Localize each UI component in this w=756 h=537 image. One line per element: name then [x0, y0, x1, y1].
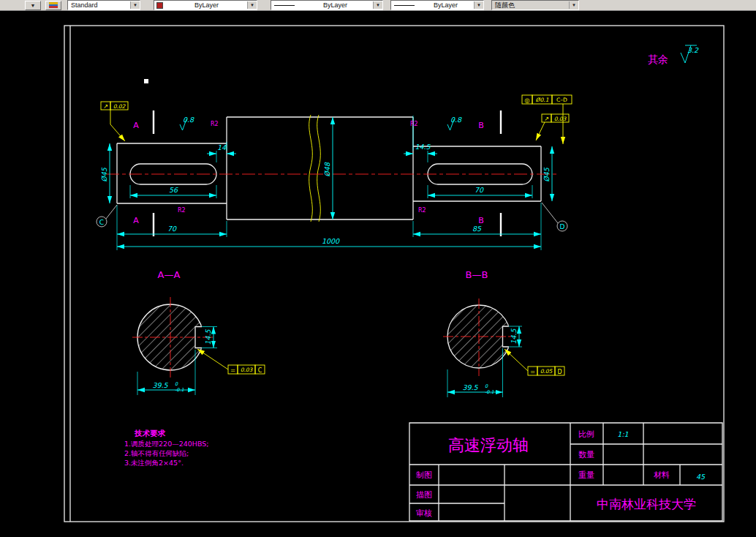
section-a-title: A—A: [158, 269, 181, 280]
weight-label: 重量: [578, 470, 594, 480]
chevron-down-icon[interactable]: ▼: [373, 1, 382, 9]
tech-req-item: 1.调质处理220—240HBS;: [124, 440, 209, 448]
gdt-tolerance: 0.02: [113, 103, 126, 110]
dim-dia-left: Ø45: [100, 167, 108, 182]
fillet-label: R2: [418, 207, 426, 214]
dim-1000: 1000: [322, 237, 340, 245]
properties-toolbar: ▼ Standard ▼ ByLayer ▼ ByLayer ▼ ByLayer…: [0, 0, 756, 11]
gdt-symbol: =: [230, 367, 235, 374]
linetype-preview: [274, 5, 295, 6]
dim-56: 56: [169, 186, 178, 194]
lineweight-value: ByLayer: [415, 1, 474, 9]
lineweight-preview: [394, 5, 415, 6]
gdt-tolerance: Ø0.1: [536, 97, 549, 103]
color-value: ByLayer: [163, 1, 247, 9]
layers-icon-button[interactable]: [45, 1, 61, 10]
draft-label: 制图: [416, 470, 432, 480]
grip-point[interactable]: [144, 79, 148, 83]
dim-70-right: 70: [475, 186, 484, 194]
dim-70-left: 70: [167, 225, 177, 233]
chevron-down-icon[interactable]: ▼: [569, 1, 578, 9]
section-label-a-bottom: A: [133, 216, 139, 225]
fillet-label: R2: [211, 121, 219, 127]
layers-icon: [49, 2, 58, 8]
dim-dia-mid: Ø48: [323, 162, 331, 177]
dim-dia-right: Ø45: [543, 167, 551, 182]
check-label: 审核: [416, 508, 432, 518]
gdt-tolerance: 0.05: [540, 368, 553, 375]
toolbar-mini-dropdown-button[interactable]: ▼: [25, 1, 41, 10]
gdt-datum-ref: C–D: [556, 97, 567, 103]
dim-width-b: 39.5: [462, 383, 478, 391]
dim-14: 14: [217, 143, 227, 151]
tech-req-item: 3.未注倒角2×45°.: [124, 459, 184, 467]
material-label: 材料: [654, 470, 670, 480]
section-label-a-top: A: [133, 121, 139, 130]
tech-req-item: 2.轴不得有任何缺陷;: [124, 449, 189, 457]
gdt-symbol: ↗: [544, 116, 549, 122]
chevron-down-icon[interactable]: ▼: [130, 1, 140, 9]
surface-note-value: 3.2: [687, 46, 699, 54]
gdt-symbol: ↗: [103, 103, 108, 110]
chevron-down-icon[interactable]: ▼: [474, 1, 483, 9]
fillet-label: R2: [410, 121, 418, 127]
roughness-value: 0.8: [183, 116, 194, 124]
part-name: 高速浮动轴: [448, 436, 529, 454]
scale-value: 1:1: [617, 430, 628, 438]
plot-style-value: 随颜色: [492, 1, 569, 10]
linetype-combo[interactable]: ByLayer ▼: [271, 0, 383, 10]
gdt-tolerance: 0.03: [554, 116, 567, 122]
datum-letter-d: D: [560, 223, 565, 230]
color-swatch: [156, 2, 163, 9]
chevron-down-icon[interactable]: ▼: [247, 1, 257, 9]
scale-label: 比例: [578, 429, 594, 439]
tech-req-title: 技术要求: [134, 429, 166, 438]
trace-label: 描图: [416, 490, 432, 500]
dim-width-a: 39.5: [152, 381, 168, 389]
surface-note-label: 其余: [648, 53, 668, 65]
roughness-value: 0.8: [450, 116, 462, 124]
dim-14-5: 14.5: [415, 143, 431, 151]
datum-letter-c: C: [99, 219, 104, 226]
gdt-symbol: =: [530, 368, 535, 375]
dim-depth-b: 14.5: [510, 328, 518, 344]
section-label-b-bottom: B: [478, 216, 484, 225]
gdt-tolerance: 0.03: [241, 367, 254, 373]
dim-tol-lo: -0.1: [175, 387, 184, 393]
gdt-datum-ref: D: [557, 369, 562, 375]
fillet-label: R2: [178, 207, 186, 214]
qty-label: 数量: [578, 450, 594, 459]
gdt-datum-ref: C: [258, 367, 262, 374]
plot-style-combo[interactable]: 随颜色 ▼: [491, 0, 579, 10]
color-combo[interactable]: ByLayer ▼: [154, 0, 257, 10]
canvas-background: [0, 0, 756, 537]
drawing-canvas[interactable]: 其余 3.2: [0, 0, 756, 537]
dim-85: 85: [472, 225, 482, 233]
organization-name: 中南林业科技大学: [597, 497, 696, 511]
text-style-value: Standard: [68, 1, 130, 9]
dim-depth-a: 14.5: [204, 328, 212, 345]
text-style-combo[interactable]: Standard ▼: [67, 0, 140, 10]
lineweight-combo[interactable]: ByLayer ▼: [390, 0, 484, 10]
material-value: 45: [696, 473, 706, 481]
linetype-value: ByLayer: [295, 1, 373, 9]
dim-tol-lo: -0.1: [485, 389, 494, 395]
gdt-symbol: ◎: [524, 97, 529, 104]
section-label-b-top: B: [478, 121, 484, 130]
cad-application-window: 其余 3.2: [0, 0, 756, 537]
section-b-title: B—B: [466, 269, 488, 280]
